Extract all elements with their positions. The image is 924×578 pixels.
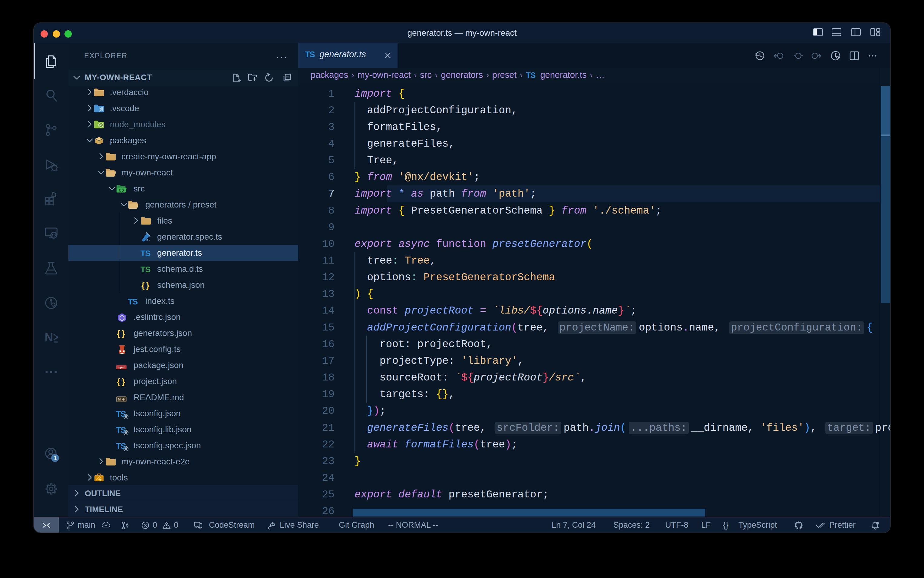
svg-text:1: 1: [53, 455, 57, 462]
svg-text:M: M: [118, 398, 121, 401]
svg-text:TS: TS: [145, 238, 150, 242]
svg-text:N: N: [45, 331, 53, 344]
svg-text:npm: npm: [118, 366, 125, 369]
svg-text:JS: JS: [99, 124, 102, 127]
